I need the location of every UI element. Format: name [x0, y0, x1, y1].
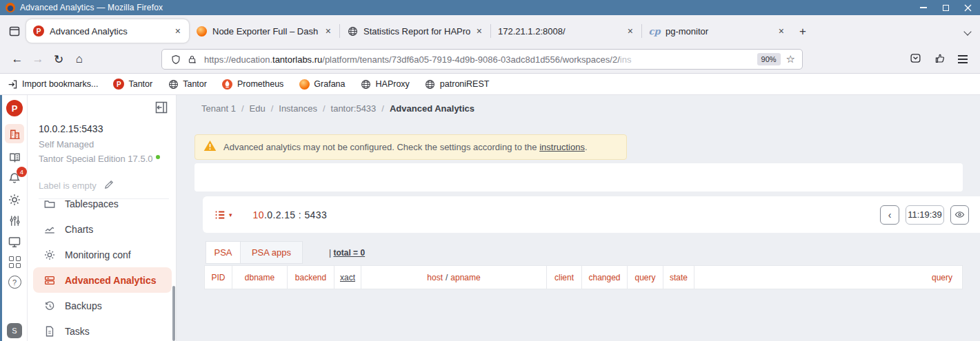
tab-advanced-analytics[interactable]: P Advanced Analytics ×: [26, 19, 189, 43]
caret-down-icon: ▾: [229, 211, 232, 218]
tab-patroni[interactable]: 172.21.1.2:8008/ ×: [491, 19, 641, 43]
file-icon: [43, 325, 57, 338]
col-query-wide[interactable]: query: [694, 266, 963, 289]
bookmark-haproxy[interactable]: HAProxy: [361, 79, 410, 90]
new-tab-button[interactable]: +: [792, 25, 813, 39]
sidebar-item-advanced-analytics[interactable]: Advanced Analytics: [33, 267, 172, 293]
time-input[interactable]: 11:19:39: [906, 205, 944, 225]
pocket-icon[interactable]: [910, 52, 921, 67]
history-icon: [43, 300, 57, 312]
sliders-icon[interactable]: [8, 214, 21, 227]
reload-button[interactable]: ↻: [48, 49, 69, 70]
crumb-instances[interactable]: Instances: [279, 103, 317, 114]
bookmark-patronirest[interactable]: patroniREST: [425, 79, 490, 90]
instance-address: 10.0.2.15 : 5433: [253, 209, 328, 220]
forward-button[interactable]: →: [28, 49, 48, 70]
col-state[interactable]: state: [663, 266, 694, 289]
tab-psa-apps[interactable]: PSA apps: [241, 241, 303, 264]
time-back-button[interactable]: ‹: [880, 205, 899, 225]
bookmark-grafana[interactable]: Grafana: [299, 79, 345, 90]
globe-icon: [425, 79, 436, 90]
home-button[interactable]: ⌂: [69, 49, 90, 70]
user-avatar[interactable]: S: [7, 323, 22, 338]
breadcrumb: Tenant 1 / Edu / Instances / tantor:5433…: [201, 103, 474, 114]
tantor-logo[interactable]: P: [6, 100, 23, 116]
import-icon: [7, 79, 18, 90]
list-all-tabs-icon[interactable]: [965, 25, 970, 37]
window-title: Advanced Analytics — Mozilla Firefox: [20, 3, 163, 12]
col-xact[interactable]: xact: [334, 266, 361, 289]
col-pid[interactable]: PID: [205, 266, 232, 289]
bookmark-star-icon[interactable]: ☆: [786, 53, 797, 65]
crumb-instance[interactable]: tantor:5433: [331, 103, 377, 114]
crumb-edu[interactable]: Edu: [250, 103, 266, 114]
monitor-icon[interactable]: [8, 235, 21, 249]
sidebar-item-backups[interactable]: Backups: [28, 293, 176, 318]
globe-icon: [347, 25, 358, 37]
tab-psa[interactable]: PSA: [206, 241, 241, 264]
tab-close-icon[interactable]: ×: [172, 25, 183, 37]
warning-banner: Advanced analytics may not be configured…: [194, 134, 627, 160]
grafana-favicon: [196, 25, 207, 37]
tab-close-icon[interactable]: ×: [776, 25, 787, 37]
settings-gear-icon[interactable]: [8, 193, 21, 207]
back-button[interactable]: ←: [7, 49, 28, 70]
bookmark-tantor-2[interactable]: Tantor: [168, 79, 207, 90]
col-backend[interactable]: backend: [288, 266, 334, 289]
url-bar[interactable]: https://education.tantorlabs.ru/platform…: [161, 49, 803, 70]
tab-close-icon[interactable]: ×: [625, 25, 636, 37]
instructions-link[interactable]: instructions: [539, 142, 585, 152]
tantor-icon: P: [113, 79, 124, 90]
warning-triangle-icon: [203, 140, 217, 154]
instances-icon[interactable]: [5, 124, 24, 143]
help-icon[interactable]: ?: [8, 276, 21, 289]
menu-hamburger-icon[interactable]: [958, 55, 968, 63]
bookmark-prometheus[interactable]: Prometheus: [222, 79, 283, 90]
col-host-apname[interactable]: host/apname: [361, 266, 547, 289]
eye-button[interactable]: [950, 205, 969, 225]
lock-icon[interactable]: [188, 54, 197, 64]
minimize-button[interactable]: [919, 3, 928, 12]
edit-pencil-icon[interactable]: [103, 179, 114, 192]
instance-label[interactable]: Label is empty: [39, 179, 114, 192]
bookmark-import[interactable]: Import bookmarks...: [7, 79, 98, 90]
col-changed[interactable]: changed: [582, 266, 628, 289]
sidebar-scrollbar[interactable]: [172, 286, 175, 341]
apps-grid-icon[interactable]: [9, 256, 21, 268]
url-text: https://education.tantorlabs.ru/platform…: [204, 54, 753, 65]
instance-management: Self Managed: [39, 139, 94, 149]
maximize-button[interactable]: [941, 3, 950, 12]
sidebar-item-charts[interactable]: Charts: [28, 216, 176, 242]
tab-node-exporter[interactable]: Node Exporter Full – Dash ×: [189, 19, 339, 43]
sidebar-item-monitoring-conf[interactable]: Monitoring conf: [28, 242, 176, 267]
total-link[interactable]: total = 0: [333, 248, 365, 258]
crumb-tenant[interactable]: Tenant 1: [201, 103, 236, 114]
tab-list-icon[interactable]: [4, 21, 25, 41]
pg-monitor-favicon: cp: [649, 25, 660, 37]
docs-icon[interactable]: [8, 151, 21, 164]
tab-pg-monitor[interactable]: cp pg-monitor ×: [642, 19, 792, 43]
col-dbname[interactable]: dbname: [232, 266, 288, 289]
bookmark-tantor[interactable]: P Tantor: [113, 79, 152, 90]
notifications-bell-icon[interactable]: 4: [8, 172, 21, 185]
tab-statistics-report[interactable]: Statistics Report for HAPro ×: [340, 19, 490, 43]
sidebar-item-tasks[interactable]: Tasks: [28, 318, 176, 341]
main-area: Tenant 1 / Edu / Instances / tantor:5433…: [177, 95, 980, 341]
globe-icon: [168, 79, 179, 90]
firefox-window: Advanced Analytics — Mozilla Firefox P A…: [0, 0, 980, 341]
col-query[interactable]: query: [628, 266, 663, 289]
collapse-panel-icon[interactable]: [154, 101, 168, 117]
col-client[interactable]: client: [547, 266, 582, 289]
sidebar-menu: Tablespaces Charts Monitoring conf: [28, 199, 176, 341]
instance-toolbar: ▾ 10.0.2.15 : 5433 ‹ 11:19:39: [203, 196, 980, 233]
close-button[interactable]: [963, 3, 972, 12]
sidebar-item-tablespaces[interactable]: Tablespaces: [28, 199, 176, 216]
shield-icon[interactable]: [171, 54, 181, 65]
warning-text: Advanced analytics may not be configured…: [223, 142, 588, 152]
tab-close-icon[interactable]: ×: [474, 25, 485, 37]
thumbs-up-icon[interactable]: [934, 52, 946, 67]
view-menu-button[interactable]: ▾: [214, 209, 232, 221]
tab-close-icon[interactable]: ×: [323, 25, 334, 37]
total-count: | total = 0: [329, 248, 365, 258]
zoom-level-badge[interactable]: 90%: [757, 53, 781, 65]
